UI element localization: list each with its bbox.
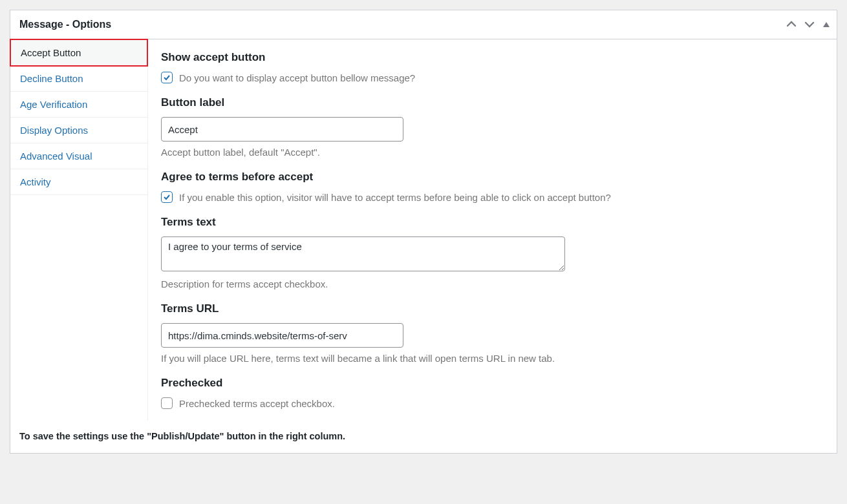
section-title: Button label xyxy=(161,96,824,109)
agree-terms-checkbox[interactable] xyxy=(161,191,173,203)
tab-age-verification[interactable]: Age Verification xyxy=(10,92,147,118)
terms-url-input[interactable] xyxy=(161,323,403,348)
chevron-down-icon[interactable] xyxy=(804,19,815,30)
prechecked-label: Prechecked terms accept checkbox. xyxy=(179,398,335,409)
panel-header-controls xyxy=(786,19,830,30)
collapse-triangle-icon[interactable] xyxy=(822,19,830,30)
section-title: Terms URL xyxy=(161,302,824,315)
panel-title: Message - Options xyxy=(19,19,111,30)
tab-accept-button[interactable]: Accept Button xyxy=(10,39,148,67)
tab-decline-button[interactable]: Decline Button xyxy=(10,66,147,92)
agree-terms-label: If you enable this option, visitor will … xyxy=(179,192,611,203)
tab-display-options[interactable]: Display Options xyxy=(10,118,147,143)
button-label-input[interactable] xyxy=(161,117,403,142)
terms-text-input[interactable] xyxy=(161,236,565,271)
section-terms-url: Terms URL If you will place URL here, te… xyxy=(161,302,824,364)
panel-footer-note: To save the settings use the "Publish/Up… xyxy=(10,421,837,453)
section-title: Agree to terms before accept xyxy=(161,171,824,184)
terms-url-desc: If you will place URL here, terms text w… xyxy=(161,353,824,364)
section-terms-text: Terms text Description for terms accept … xyxy=(161,216,824,289)
section-button-label: Button label Accept button label, defaul… xyxy=(161,96,824,158)
panel-body: Accept Button Decline Button Age Verific… xyxy=(10,39,837,421)
show-accept-label: Do you want to display accept button bel… xyxy=(179,72,415,83)
terms-text-desc: Description for terms accept checkbox. xyxy=(161,278,824,289)
section-title: Show accept button xyxy=(161,51,824,64)
show-accept-checkbox[interactable] xyxy=(161,72,173,83)
panel-header: Message - Options xyxy=(10,10,837,39)
prechecked-checkbox[interactable] xyxy=(161,397,173,409)
chevron-up-icon[interactable] xyxy=(786,19,797,30)
section-agree-terms: Agree to terms before accept If you enab… xyxy=(161,171,824,203)
button-label-desc: Accept button label, default "Accept". xyxy=(161,147,824,158)
section-prechecked: Prechecked Prechecked terms accept check… xyxy=(161,377,824,409)
settings-tabs: Accept Button Decline Button Age Verific… xyxy=(10,39,148,421)
section-title: Terms text xyxy=(161,216,824,229)
section-title: Prechecked xyxy=(161,377,824,390)
section-show-accept-button: Show accept button Do you want to displa… xyxy=(161,51,824,83)
settings-content: Show accept button Do you want to displa… xyxy=(148,39,837,421)
tab-advanced-visual[interactable]: Advanced Visual xyxy=(10,143,147,169)
message-options-panel: Message - Options Accept Button Decline … xyxy=(10,10,837,454)
tab-activity[interactable]: Activity xyxy=(10,169,147,195)
